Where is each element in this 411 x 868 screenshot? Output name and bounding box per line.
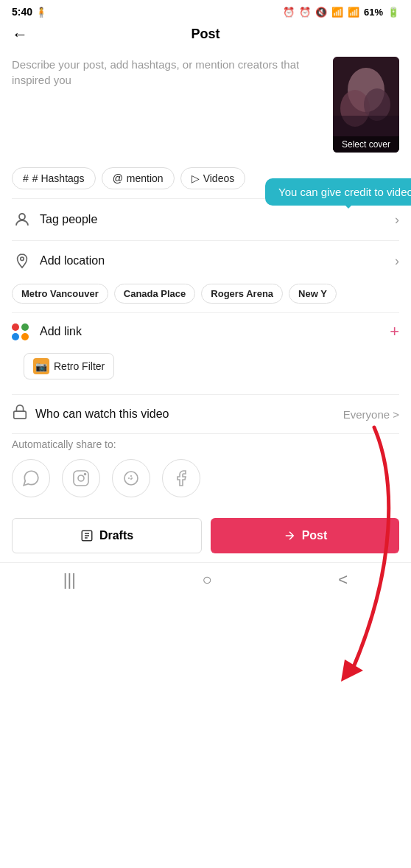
back-button[interactable]: ← bbox=[12, 25, 28, 44]
colorful-dots-icon bbox=[12, 323, 32, 340]
svg-rect-8 bbox=[74, 471, 88, 486]
signal-icon: 📶 bbox=[348, 7, 359, 18]
nav-home-icon[interactable]: ○ bbox=[203, 570, 212, 589]
cover-thumbnail[interactable]: Select cover bbox=[333, 57, 399, 153]
post-label: Post bbox=[302, 529, 328, 542]
tooltip-text: You can give credit to videos bbox=[278, 186, 411, 198]
drafts-icon bbox=[80, 529, 94, 542]
location-chevron: › bbox=[395, 253, 399, 269]
whatsapp-share-button[interactable] bbox=[12, 459, 50, 497]
videos-pill[interactable]: ▷ Videos bbox=[180, 167, 246, 189]
nav-menu-icon[interactable]: ||| bbox=[63, 570, 76, 589]
svg-rect-7 bbox=[14, 411, 27, 419]
mute-icon: 🔇 bbox=[315, 7, 327, 18]
plus-icon[interactable]: + bbox=[390, 322, 399, 341]
location-chip-3[interactable]: New Y bbox=[289, 284, 337, 304]
time-display: 5:40 bbox=[12, 6, 32, 18]
svg-point-6 bbox=[21, 257, 24, 261]
description-input[interactable]: Describe your post, add hashtags, or men… bbox=[12, 57, 324, 88]
mention-pill[interactable]: @ mention bbox=[102, 167, 175, 189]
filter-badge-container: 📷 Retro Filter bbox=[0, 350, 411, 394]
add-link-row[interactable]: Add link + bbox=[0, 313, 411, 350]
post-icon bbox=[283, 529, 296, 542]
tiktok-share-button[interactable] bbox=[112, 459, 150, 497]
who-can-watch-row[interactable]: Who can watch this video Everyone > bbox=[0, 395, 411, 433]
page-header: ← Post bbox=[0, 21, 411, 51]
svg-point-10 bbox=[85, 474, 86, 475]
drafts-label: Drafts bbox=[99, 529, 133, 542]
auto-share-label: Automatically share to: bbox=[0, 434, 411, 456]
drafts-button[interactable]: Drafts bbox=[12, 518, 202, 553]
add-location-label: Add location bbox=[40, 254, 395, 267]
cover-label[interactable]: Select cover bbox=[333, 136, 399, 153]
status-time: 5:40 🧍 bbox=[12, 6, 47, 18]
wifi-icon: 📶 bbox=[331, 7, 343, 18]
hashtag-icon: # bbox=[23, 172, 29, 184]
share-icons-row bbox=[0, 456, 411, 512]
play-icon: ▷ bbox=[192, 172, 200, 184]
battery-icon: 🔋 bbox=[387, 7, 399, 18]
filter-badge[interactable]: 📷 Retro Filter bbox=[24, 353, 114, 379]
svg-point-9 bbox=[78, 475, 84, 481]
location-chip-1[interactable]: Canada Place bbox=[114, 284, 196, 304]
location-chips-row: Metro Vancouver Canada Place Rogers Aren… bbox=[0, 281, 411, 312]
at-icon: @ bbox=[113, 172, 123, 184]
tag-people-section: You can give credit to videos Tag people… bbox=[0, 199, 411, 240]
lock-icon bbox=[12, 404, 28, 424]
facebook-share-button[interactable] bbox=[162, 459, 200, 497]
add-link-label: Add link bbox=[40, 325, 390, 338]
clock-icon: ⏰ bbox=[299, 7, 311, 18]
nav-bar: ||| ○ < bbox=[0, 562, 411, 595]
filter-box-icon: 📷 bbox=[33, 358, 49, 374]
status-bar: 5:40 🧍 ⏰ ⏰ 🔇 📶 📶 61% 🔋 bbox=[0, 0, 411, 21]
location-icon bbox=[12, 253, 32, 269]
svg-marker-13 bbox=[341, 659, 363, 682]
location-chip-2[interactable]: Rogers Arena bbox=[201, 284, 283, 304]
filter-label: Retro Filter bbox=[54, 360, 105, 372]
svg-point-5 bbox=[19, 214, 25, 220]
add-location-row[interactable]: Add location › bbox=[0, 241, 411, 281]
person-icon: 🧍 bbox=[35, 7, 47, 18]
tooltip-bubble: You can give credit to videos bbox=[265, 178, 411, 206]
alarm-icon: ⏰ bbox=[283, 7, 295, 18]
battery-display: 61% bbox=[364, 7, 383, 18]
who-can-watch-label: Who can watch this video bbox=[35, 407, 343, 421]
nav-back-icon[interactable]: < bbox=[338, 570, 348, 589]
person-icon bbox=[12, 211, 32, 228]
description-area: Describe your post, add hashtags, or men… bbox=[0, 51, 411, 161]
tag-people-chevron: › bbox=[395, 212, 399, 228]
bottom-buttons: Drafts Post bbox=[0, 512, 411, 562]
location-chip-0[interactable]: Metro Vancouver bbox=[12, 284, 108, 304]
hashtags-pill[interactable]: # # Hashtags bbox=[12, 167, 96, 189]
instagram-share-button[interactable] bbox=[62, 459, 100, 497]
tag-people-label: Tag people bbox=[40, 213, 395, 226]
status-icons: ⏰ ⏰ 🔇 📶 📶 61% 🔋 bbox=[283, 7, 399, 18]
page-title: Post bbox=[191, 27, 219, 42]
post-button[interactable]: Post bbox=[211, 518, 399, 553]
watch-value: Everyone > bbox=[343, 408, 399, 421]
